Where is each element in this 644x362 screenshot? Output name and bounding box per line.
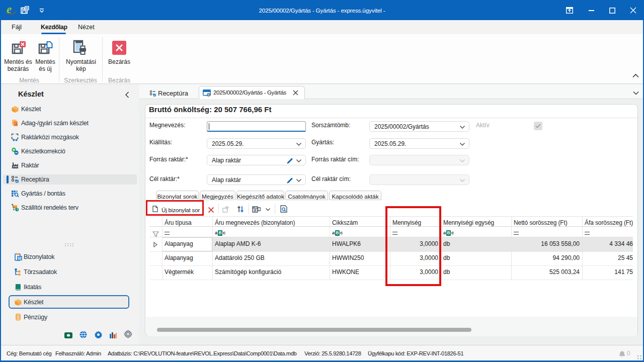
svg-text:e: e: [7, 4, 12, 16]
